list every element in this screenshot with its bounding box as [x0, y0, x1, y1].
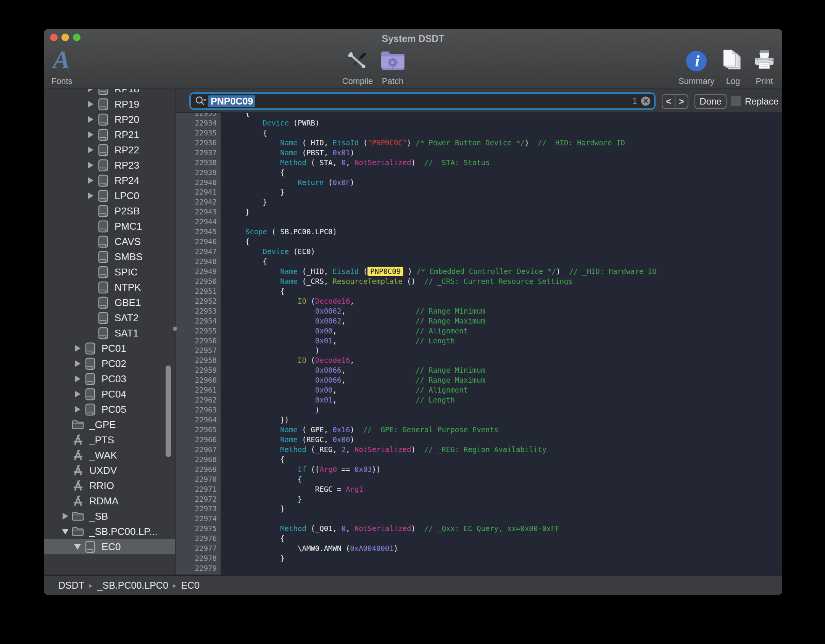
code-line[interactable]: 22954 0x0062, // Range Maximum	[176, 316, 782, 326]
tree-item-smbs[interactable]: SMBS	[44, 249, 175, 264]
disclosure-right-icon[interactable]	[74, 360, 81, 367]
disclosure-right-icon[interactable]	[87, 147, 94, 153]
clear-search-icon[interactable]: ✕	[641, 97, 650, 106]
code-line[interactable]: 22964 })	[176, 415, 782, 425]
tree-item-p2sb[interactable]: P2SB	[44, 203, 175, 219]
disclosure-right-icon[interactable]	[74, 406, 81, 413]
tree-item-pc02[interactable]: PC02	[44, 356, 175, 371]
disclosure-right-icon[interactable]	[87, 177, 94, 184]
disclosure-right-icon[interactable]	[74, 391, 81, 398]
code-line[interactable]: 22961 0x00, // Alignment	[176, 385, 782, 395]
code-line[interactable]: 22934 Device (PWRB)	[176, 118, 782, 128]
code-line[interactable]: 22939 {	[176, 167, 782, 177]
tree-item-pmc1[interactable]: PMC1	[44, 219, 175, 234]
code-line[interactable]: 22950 Name (_CRS, ResourceTemplate () //…	[176, 276, 782, 286]
tree-item-pc01[interactable]: PC01	[44, 341, 175, 356]
code-line[interactable]: 22947 Device (EC0)	[176, 246, 782, 256]
sidebar-scrollbar[interactable]	[166, 365, 171, 457]
breadcrumb-item[interactable]: DSDT	[58, 580, 84, 591]
breadcrumb-item[interactable]: _SB.PC00.LPC0	[97, 580, 168, 591]
code-line[interactable]: 22970 {	[176, 474, 782, 484]
code-line[interactable]: 22949 Name (_HID, EisaId (PNP0C09 ) /* E…	[176, 266, 782, 276]
tree-item-lpc0[interactable]: LPC0	[44, 188, 175, 203]
code-line[interactable]: 22973 }	[176, 504, 782, 514]
tree-item-rp22[interactable]: RP22	[44, 142, 175, 158]
code-line[interactable]: 22968 {	[176, 454, 782, 464]
code-line[interactable]: 22956 0x01, // Length	[176, 336, 782, 346]
code-line[interactable]: 22967 Method (_REG, 2, NotSerialized) //…	[176, 444, 782, 454]
code-line[interactable]: 22972 }	[176, 494, 782, 504]
disclosure-right-icon[interactable]	[74, 345, 81, 352]
code-editor[interactable]: 22933 {22934 Device (PWRB)22935 {22936 N…	[176, 113, 782, 575]
patch-button[interactable]: Patch	[370, 47, 416, 86]
tree-item-pc05[interactable]: PC05	[44, 402, 175, 417]
disclosure-right-icon[interactable]	[87, 89, 94, 92]
code-line[interactable]: 22945 Scope (_SB.PC00.LPC0)	[176, 227, 782, 237]
code-line[interactable]: 22966 Name (REGC, 0x00)	[176, 435, 782, 444]
code-line[interactable]: 22958 IO (Decode16,	[176, 355, 782, 365]
code-line[interactable]: 22946 {	[176, 237, 782, 246]
find-next-button[interactable]: >	[675, 95, 688, 108]
code-line[interactable]: 22979	[176, 563, 782, 573]
disclosure-down-icon[interactable]	[62, 529, 69, 535]
tree-item-gbe1[interactable]: GBE1	[44, 295, 175, 310]
tree-item-ec0[interactable]: EC0	[44, 539, 175, 554]
tree-item-sat2[interactable]: SAT2	[44, 310, 175, 325]
code-line[interactable]: 22976 {	[176, 533, 782, 543]
disclosure-down-icon[interactable]	[74, 544, 81, 550]
code-line[interactable]: 22938 Method (_STA, 0, NotSerialized) //…	[176, 158, 782, 167]
done-button[interactable]: Done	[694, 94, 727, 109]
code-line[interactable]: 22975 Method (_Q01, 0, NotSerialized) //…	[176, 523, 782, 533]
tree-item-spic[interactable]: SPIC	[44, 264, 175, 280]
tree-item-pc03[interactable]: PC03	[44, 371, 175, 386]
code-line[interactable]: 22944	[176, 217, 782, 227]
code-line[interactable]: 22941 }	[176, 187, 782, 197]
code-line[interactable]: 22955 0x00, // Alignment	[176, 326, 782, 336]
code-line[interactable]: 22960 0x0066, // Range Maximum	[176, 375, 782, 385]
code-line[interactable]: 22951 {	[176, 286, 782, 296]
code-line[interactable]: 22936 Name (_HID, EisaId ("PNP0C0C") /* …	[176, 138, 782, 148]
fonts-button[interactable]: A Fonts	[44, 47, 85, 86]
disclosure-right-icon[interactable]	[62, 513, 69, 520]
disclosure-right-icon[interactable]	[87, 192, 94, 199]
code-line[interactable]: 22957 )	[176, 346, 782, 356]
tree-item-rp18[interactable]: RP18	[44, 89, 175, 97]
code-line[interactable]: 22971 REGC = Arg1	[176, 484, 782, 494]
code-line[interactable]: 22948 {	[176, 256, 782, 266]
tree-item-_sb[interactable]: _SB	[44, 509, 175, 524]
tree-item-_pts[interactable]: _PTS	[44, 432, 175, 448]
tree-item-rrio[interactable]: RRIO	[44, 478, 175, 493]
search-menu-icon[interactable]	[195, 95, 206, 107]
disclosure-right-icon[interactable]	[87, 101, 94, 108]
code-line[interactable]: 22962 0x01, // Length	[176, 395, 782, 405]
tree-item-ntpk[interactable]: NTPK	[44, 280, 175, 295]
code-line[interactable]: 22933 {	[176, 113, 782, 118]
tree-item-rp21[interactable]: RP21	[44, 127, 175, 142]
code-line[interactable]: 22953 0x0062, // Range Minimum	[176, 306, 782, 316]
code-line[interactable]: 22940 Return (0x0F)	[176, 177, 782, 187]
replace-checkbox[interactable]	[731, 96, 741, 106]
disclosure-right-icon[interactable]	[74, 375, 81, 382]
code-line[interactable]: 22952 IO (Decode16,	[176, 296, 782, 306]
tree-item-sat1[interactable]: SAT1	[44, 325, 175, 341]
code-line[interactable]: 22943 }	[176, 207, 782, 217]
tree-item-rp23[interactable]: RP23	[44, 158, 175, 173]
code-line[interactable]: 22977 \AMW0.AMWN (0xA0040001)	[176, 543, 782, 553]
tree-item-_gpe[interactable]: _GPE	[44, 417, 175, 432]
disclosure-right-icon[interactable]	[87, 162, 94, 169]
code-line[interactable]: 22935 {	[176, 128, 782, 138]
code-line[interactable]: 22963 )	[176, 405, 782, 415]
code-line[interactable]: 22974	[176, 514, 782, 523]
breadcrumb-item[interactable]: EC0	[181, 580, 200, 591]
code-line[interactable]: 22937 Name (PBST, 0x01)	[176, 148, 782, 158]
tree-item-uxdv[interactable]: UXDV	[44, 463, 175, 478]
split-handle[interactable]	[173, 327, 177, 331]
find-previous-button[interactable]: <	[662, 95, 675, 108]
code-line[interactable]: 22942 }	[176, 197, 782, 207]
tree-item-rp19[interactable]: RP19	[44, 97, 175, 112]
disclosure-right-icon[interactable]	[87, 116, 94, 123]
tree-item-pc04[interactable]: PC04	[44, 386, 175, 402]
tree-item-rdma[interactable]: RDMA	[44, 493, 175, 509]
print-button[interactable]: Print	[741, 47, 782, 86]
find-input[interactable]: PNP0C09 1 ✕	[189, 92, 656, 110]
